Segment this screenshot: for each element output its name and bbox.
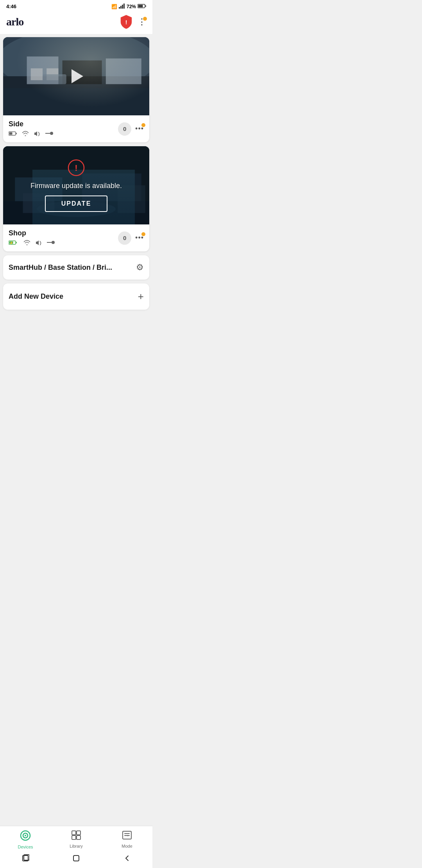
svg-rect-6 [145,5,146,7]
camera-info-side: Side [3,115,149,142]
firmware-overlay: ! Firmware update is available. UPDATE [3,146,149,224]
more-menu-button[interactable]: ⋮ [138,17,146,27]
add-device-label: Add New Device [9,292,63,301]
battery-icon-side [9,131,17,138]
svg-rect-2 [122,5,123,9]
svg-rect-5 [138,5,143,7]
mode-icon-side [45,131,53,138]
add-device-icon[interactable]: + [138,291,144,303]
content-area: Side [0,34,152,345]
camera-feed-shop[interactable]: ! Firmware update is available. UPDATE [3,146,149,224]
svg-point-21 [50,132,53,135]
speaker-icon-side [34,131,41,138]
battery-icon [138,4,146,10]
wifi-icon: 📶 [111,4,117,9]
camera-details-side: Side [9,120,53,138]
svg-point-38 [52,241,55,244]
camera-card-side: Side [3,37,149,142]
camera-more-side[interactable]: ••• [135,125,144,133]
svg-rect-17 [3,88,149,115]
smarthub-settings-icon[interactable]: ⚙ [136,262,144,273]
mode-icon-shop [47,240,55,247]
svg-rect-20 [16,133,17,135]
notification-dot [143,17,147,21]
smarthub-label: SmartHub / Base Station / Bri... [9,264,112,272]
status-time: 4:46 [6,4,16,9]
play-icon [72,69,83,83]
wifi-icon-side [22,131,29,138]
svg-rect-16 [43,74,66,84]
clip-count-shop[interactable]: 0 [118,231,131,245]
svg-rect-36 [16,242,17,244]
app-header: arlo ! ⋮ [0,11,152,34]
camera-status-icons-side [9,131,53,138]
speaker-icon-shop [35,240,42,247]
firmware-alert-icon: ! [68,159,85,176]
camera-details-shop: Shop ⚡ [9,229,55,247]
camera-more-shop[interactable]: ••• [135,234,144,242]
svg-rect-13 [106,59,141,84]
camera-actions-side: 0 ••• [118,122,144,136]
clip-count-side[interactable]: 0 [118,122,131,136]
wifi-icon-shop [23,240,30,247]
svg-rect-14 [31,68,43,80]
svg-rect-1 [120,6,122,9]
svg-rect-19 [9,133,13,135]
camera-feed-side[interactable] [3,37,149,115]
svg-text:!: ! [75,163,77,173]
camera-info-shop: Shop ⚡ [3,224,149,251]
svg-rect-15 [46,68,58,80]
update-firmware-button[interactable]: UPDATE [45,195,108,212]
camera-card-shop: ! Firmware update is available. UPDATE S… [3,146,149,251]
add-device-card[interactable]: Add New Device + [3,283,149,310]
camera-alert-dot-side [141,123,145,127]
camera-name-shop: Shop [9,229,55,237]
signal-icon [119,3,125,10]
svg-rect-0 [119,7,120,9]
status-bar: 4:46 📶 72% [0,0,152,11]
header-icons: ! ⋮ [119,14,146,29]
svg-text:!: ! [125,19,127,25]
svg-rect-11 [27,56,59,84]
camera-status-icons-shop: ⚡ [9,240,55,247]
play-button-side[interactable] [65,65,87,87]
status-right: 📶 72% [111,3,146,10]
svg-rect-3 [123,4,125,9]
shield-alert-button[interactable]: ! [119,14,134,29]
smarthub-card[interactable]: SmartHub / Base Station / Bri... ⚙ [3,255,149,280]
svg-text:⚡: ⚡ [9,241,13,245]
camera-actions-shop: 0 ••• [118,231,144,245]
camera-alert-dot-shop [141,232,145,236]
battery-percent: 72% [127,4,136,9]
battery-charging-icon-shop: ⚡ [9,240,19,247]
firmware-update-text: Firmware update is available. [30,182,122,190]
camera-name-side: Side [9,120,53,128]
arlo-logo: arlo [6,16,23,28]
